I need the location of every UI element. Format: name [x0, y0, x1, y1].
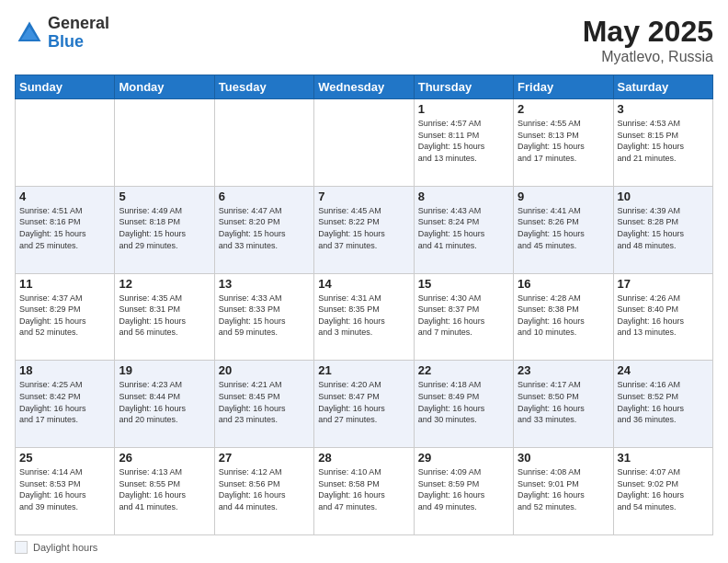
day-info: Sunrise: 4:23 AM Sunset: 8:44 PM Dayligh… — [119, 380, 186, 424]
day-cell-4-5: 30Sunrise: 4:08 AM Sunset: 9:01 PM Dayli… — [514, 448, 613, 535]
day-number: 10 — [618, 190, 709, 203]
day-number: 17 — [618, 277, 709, 291]
day-number: 28 — [318, 451, 409, 465]
day-info: Sunrise: 4:12 AM Sunset: 8:56 PM Dayligh… — [219, 467, 286, 511]
header-tuesday: Tuesday — [214, 75, 313, 99]
day-info: Sunrise: 4:41 AM Sunset: 8:26 PM Dayligh… — [518, 206, 585, 250]
header-saturday: Saturday — [613, 75, 712, 99]
day-info: Sunrise: 4:53 AM Sunset: 8:15 PM Dayligh… — [618, 119, 685, 163]
day-info: Sunrise: 4:25 AM Sunset: 8:42 PM Dayligh… — [19, 380, 86, 424]
day-info: Sunrise: 4:18 AM Sunset: 8:49 PM Dayligh… — [418, 380, 485, 424]
footer-label: Daylight hours — [33, 542, 97, 553]
day-number: 11 — [19, 277, 110, 291]
day-info: Sunrise: 4:26 AM Sunset: 8:40 PM Dayligh… — [618, 293, 685, 338]
header-wednesday: Wednesday — [314, 75, 414, 99]
day-number: 13 — [219, 277, 310, 291]
day-cell-3-5: 23Sunrise: 4:17 AM Sunset: 8:50 PM Dayli… — [514, 361, 613, 448]
page: General Blue May 2025 Myatlevo, Russia S… — [0, 0, 728, 563]
day-cell-0-1 — [115, 99, 214, 187]
day-cell-2-6: 17Sunrise: 4:26 AM Sunset: 8:40 PM Dayli… — [613, 273, 712, 361]
day-number: 22 — [418, 363, 509, 377]
day-cell-4-4: 29Sunrise: 4:09 AM Sunset: 8:59 PM Dayli… — [414, 448, 513, 535]
day-cell-2-5: 16Sunrise: 4:28 AM Sunset: 8:38 PM Dayli… — [514, 273, 613, 361]
day-cell-1-6: 10Sunrise: 4:39 AM Sunset: 8:28 PM Dayli… — [613, 186, 712, 273]
day-cell-2-3: 14Sunrise: 4:31 AM Sunset: 8:35 PM Dayli… — [314, 273, 414, 361]
day-info: Sunrise: 4:09 AM Sunset: 8:59 PM Dayligh… — [418, 467, 485, 511]
title-block: May 2025 Myatlevo, Russia — [583, 15, 713, 65]
day-info: Sunrise: 4:16 AM Sunset: 8:52 PM Dayligh… — [618, 380, 685, 424]
day-info: Sunrise: 4:30 AM Sunset: 8:37 PM Dayligh… — [418, 293, 485, 338]
day-number: 8 — [418, 190, 509, 203]
week-row-1: 1Sunrise: 4:57 AM Sunset: 8:11 PM Daylig… — [16, 99, 713, 187]
day-cell-0-4: 1Sunrise: 4:57 AM Sunset: 8:11 PM Daylig… — [414, 99, 513, 187]
day-info: Sunrise: 4:31 AM Sunset: 8:35 PM Dayligh… — [318, 293, 385, 338]
day-info: Sunrise: 4:47 AM Sunset: 8:20 PM Dayligh… — [219, 206, 286, 250]
header-sunday: Sunday — [16, 75, 115, 99]
day-number: 20 — [219, 363, 310, 377]
logo-icon — [15, 18, 44, 48]
day-number: 27 — [219, 451, 310, 465]
day-number: 18 — [19, 363, 110, 377]
day-number: 2 — [518, 102, 609, 116]
header: General Blue May 2025 Myatlevo, Russia — [15, 15, 713, 65]
day-info: Sunrise: 4:13 AM Sunset: 8:55 PM Dayligh… — [119, 467, 186, 511]
day-cell-3-6: 24Sunrise: 4:16 AM Sunset: 8:52 PM Dayli… — [613, 361, 712, 448]
day-cell-2-1: 12Sunrise: 4:35 AM Sunset: 8:31 PM Dayli… — [115, 273, 214, 361]
day-info: Sunrise: 4:10 AM Sunset: 8:58 PM Dayligh… — [318, 467, 385, 511]
day-cell-4-6: 31Sunrise: 4:07 AM Sunset: 9:02 PM Dayli… — [613, 448, 712, 535]
day-number: 16 — [518, 277, 609, 291]
day-cell-1-2: 6Sunrise: 4:47 AM Sunset: 8:20 PM Daylig… — [214, 186, 313, 273]
day-cell-2-4: 15Sunrise: 4:30 AM Sunset: 8:37 PM Dayli… — [414, 273, 513, 361]
day-info: Sunrise: 4:33 AM Sunset: 8:33 PM Dayligh… — [219, 293, 286, 338]
day-number: 23 — [518, 363, 609, 377]
day-cell-3-1: 19Sunrise: 4:23 AM Sunset: 8:44 PM Dayli… — [115, 361, 214, 448]
footer-daylight-box — [15, 541, 28, 554]
logo-blue-text: Blue — [48, 33, 109, 52]
day-number: 12 — [119, 277, 210, 291]
day-info: Sunrise: 4:14 AM Sunset: 8:53 PM Dayligh… — [19, 467, 86, 511]
day-cell-2-2: 13Sunrise: 4:33 AM Sunset: 8:33 PM Dayli… — [214, 273, 313, 361]
calendar-location: Myatlevo, Russia — [583, 49, 713, 65]
day-number: 25 — [19, 451, 110, 465]
day-info: Sunrise: 4:28 AM Sunset: 8:38 PM Dayligh… — [518, 293, 585, 338]
day-cell-1-0: 4Sunrise: 4:51 AM Sunset: 8:16 PM Daylig… — [16, 186, 115, 273]
day-number: 9 — [518, 190, 609, 203]
calendar-title: May 2025 — [583, 15, 713, 49]
day-info: Sunrise: 4:55 AM Sunset: 8:13 PM Dayligh… — [518, 119, 585, 163]
day-info: Sunrise: 4:37 AM Sunset: 8:29 PM Dayligh… — [19, 293, 86, 338]
week-row-5: 25Sunrise: 4:14 AM Sunset: 8:53 PM Dayli… — [16, 448, 713, 535]
day-cell-4-2: 27Sunrise: 4:12 AM Sunset: 8:56 PM Dayli… — [214, 448, 313, 535]
day-number: 21 — [318, 363, 409, 377]
day-number: 31 — [618, 451, 709, 465]
day-cell-2-0: 11Sunrise: 4:37 AM Sunset: 8:29 PM Dayli… — [16, 273, 115, 361]
day-number: 1 — [418, 102, 509, 116]
week-row-3: 11Sunrise: 4:37 AM Sunset: 8:29 PM Dayli… — [16, 273, 713, 361]
day-cell-3-3: 21Sunrise: 4:20 AM Sunset: 8:47 PM Dayli… — [314, 361, 414, 448]
day-number: 30 — [518, 451, 609, 465]
day-cell-1-3: 7Sunrise: 4:45 AM Sunset: 8:22 PM Daylig… — [314, 186, 414, 273]
day-info: Sunrise: 4:07 AM Sunset: 9:02 PM Dayligh… — [618, 467, 685, 511]
day-cell-3-4: 22Sunrise: 4:18 AM Sunset: 8:49 PM Dayli… — [414, 361, 513, 448]
day-cell-1-1: 5Sunrise: 4:49 AM Sunset: 8:18 PM Daylig… — [115, 186, 214, 273]
header-friday: Friday — [514, 75, 613, 99]
day-info: Sunrise: 4:17 AM Sunset: 8:50 PM Dayligh… — [518, 380, 585, 424]
day-cell-0-0 — [16, 99, 115, 187]
day-cell-4-1: 26Sunrise: 4:13 AM Sunset: 8:55 PM Dayli… — [115, 448, 214, 535]
day-number: 7 — [318, 190, 409, 203]
week-row-2: 4Sunrise: 4:51 AM Sunset: 8:16 PM Daylig… — [16, 186, 713, 273]
day-info: Sunrise: 4:57 AM Sunset: 8:11 PM Dayligh… — [418, 119, 485, 163]
header-thursday: Thursday — [414, 75, 513, 99]
day-number: 29 — [418, 451, 509, 465]
day-cell-0-6: 3Sunrise: 4:53 AM Sunset: 8:15 PM Daylig… — [613, 99, 712, 187]
day-number: 3 — [618, 102, 709, 116]
day-number: 4 — [19, 190, 110, 203]
header-monday: Monday — [115, 75, 214, 99]
day-number: 15 — [418, 277, 509, 291]
day-cell-3-2: 20Sunrise: 4:21 AM Sunset: 8:45 PM Dayli… — [214, 361, 313, 448]
day-cell-0-3 — [314, 99, 414, 187]
day-cell-1-4: 8Sunrise: 4:43 AM Sunset: 8:24 PM Daylig… — [414, 186, 513, 273]
day-cell-1-5: 9Sunrise: 4:41 AM Sunset: 8:26 PM Daylig… — [514, 186, 613, 273]
day-info: Sunrise: 4:49 AM Sunset: 8:18 PM Dayligh… — [119, 206, 186, 250]
day-info: Sunrise: 4:39 AM Sunset: 8:28 PM Dayligh… — [618, 206, 685, 250]
day-number: 26 — [119, 451, 210, 465]
